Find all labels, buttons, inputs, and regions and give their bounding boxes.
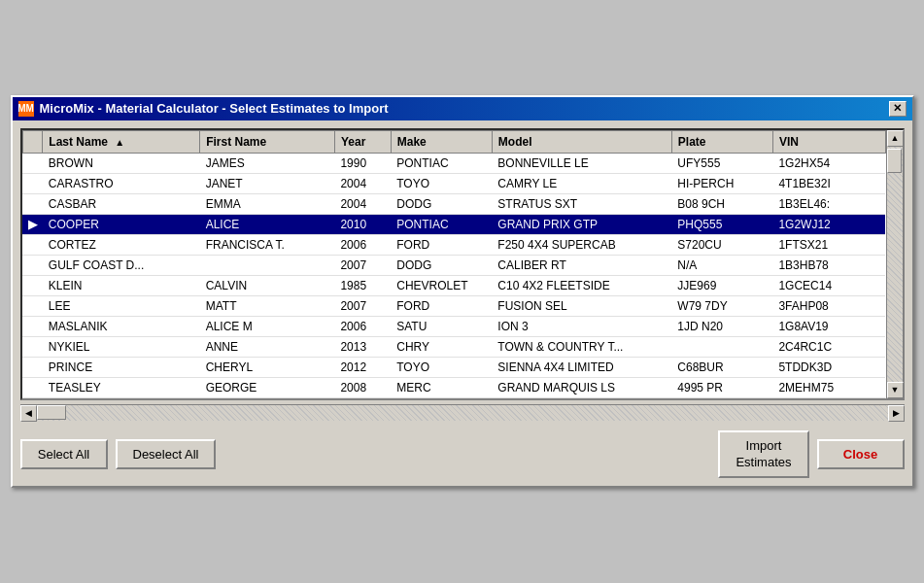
cell-first_name: MATT <box>200 295 335 316</box>
col-make[interactable]: Make <box>391 130 492 153</box>
scroll-thumb[interactable] <box>887 149 902 173</box>
table-row[interactable]: GULF COAST D...2007DODGCALIBER RTN/A1B3H… <box>22 255 885 275</box>
col-first-name[interactable]: First Name <box>200 130 335 153</box>
cell-last_name: CARASTRO <box>43 173 200 193</box>
h-scroll-track <box>37 405 888 421</box>
cell-make: DODG <box>391 255 492 275</box>
cell-make: SATU <box>391 316 492 336</box>
cell-last_name: LEE <box>43 295 200 316</box>
cell-model: CAMRY LE <box>492 173 671 193</box>
cell-last_name: COOPER <box>43 214 200 234</box>
cell-indicator <box>22 295 43 316</box>
cell-vin: 1GCEC14 <box>772 275 885 295</box>
cell-make: CHRY <box>391 336 492 357</box>
col-last-name[interactable]: Last Name ▲ <box>43 130 200 153</box>
cell-indicator <box>22 357 43 377</box>
cell-last_name: KLEIN <box>43 275 200 295</box>
cell-model: ION 3 <box>492 316 671 336</box>
table-row[interactable]: BROWNJAMES1990PONTIACBONNEVILLE LEUFY555… <box>22 153 885 173</box>
cell-vin: 1G2WJ12 <box>772 214 885 234</box>
cell-first_name <box>200 255 335 275</box>
cell-vin: 1FTSX21 <box>772 234 885 255</box>
col-plate[interactable]: Plate <box>671 130 772 153</box>
table-row[interactable]: CASBAREMMA2004DODGSTRATUS SXTB08 9CH1B3E… <box>22 193 885 214</box>
cell-first_name: JAMES <box>200 153 335 173</box>
cell-year: 2010 <box>334 214 391 234</box>
cell-make: PONTIAC <box>391 153 492 173</box>
table-row[interactable]: CORTEZFRANCISCA T.2006FORDF250 4X4 SUPER… <box>22 234 885 255</box>
horizontal-scrollbar: ◀ ▶ <box>20 404 905 421</box>
cell-plate: C68BUR <box>671 357 772 377</box>
cell-indicator <box>22 255 43 275</box>
col-vin[interactable]: VIN <box>772 130 885 153</box>
col-model[interactable]: Model <box>492 130 671 153</box>
cell-year: 2004 <box>334 193 391 214</box>
cell-plate: JJE969 <box>671 275 772 295</box>
cell-first_name: FRANCISCA T. <box>200 234 335 255</box>
table-main: Last Name ▲ First Name Year Make <box>22 130 886 398</box>
close-window-button[interactable]: ✕ <box>889 101 907 117</box>
title-bar-left: MM MicroMix - Material Calculator - Sele… <box>18 101 389 117</box>
close-button[interactable]: Close <box>817 439 905 469</box>
estimates-table: Last Name ▲ First Name Year Make <box>22 130 886 398</box>
cell-year: 1985 <box>334 275 391 295</box>
cell-last_name: PRINCE <box>43 357 200 377</box>
cell-year: 2013 <box>334 336 391 357</box>
scroll-up-button[interactable]: ▲ <box>887 130 904 147</box>
table-row[interactable]: MASLANIKALICE M2006SATUION 31JD N201G8AV… <box>22 316 885 336</box>
cell-vin: 3FAHP08 <box>772 295 885 316</box>
cell-make: PONTIAC <box>391 214 492 234</box>
col-year[interactable]: Year <box>334 130 391 153</box>
cell-first_name: JANET <box>200 173 335 193</box>
table-row[interactable]: NYKIELANNE2013CHRYTOWN & COUNTRY T...2C4… <box>22 336 885 357</box>
window-title: MicroMix - Material Calculator - Select … <box>40 101 389 116</box>
cell-make: CHEVROLET <box>391 275 492 295</box>
table-row[interactable]: KLEINCALVIN1985CHEVROLETC10 4X2 FLEETSID… <box>22 275 885 295</box>
cell-plate: PHQ555 <box>671 214 772 234</box>
sort-arrow-icon: ▲ <box>115 137 124 148</box>
table-row[interactable]: ▶COOPERALICE2010PONTIACGRAND PRIX GTPPHQ… <box>22 214 885 234</box>
cell-plate: W79 7DY <box>671 295 772 316</box>
cell-model: F250 4X4 SUPERCAB <box>492 234 671 255</box>
col-indicator <box>22 130 43 153</box>
cell-indicator <box>22 193 43 214</box>
cell-year: 2008 <box>334 377 391 397</box>
cell-first_name: ALICE M <box>200 316 335 336</box>
scroll-right-button[interactable]: ▶ <box>888 405 905 422</box>
table-row[interactable]: PRINCECHERYL2012TOYOSIENNA 4X4 LIMITEDC6… <box>22 357 885 377</box>
h-scroll-thumb[interactable] <box>37 405 66 420</box>
cell-plate: UFY555 <box>671 153 772 173</box>
table-row[interactable]: LEEMATT2007FORDFUSION SELW79 7DY3FAHP08 <box>22 295 885 316</box>
cell-model: STRATUS SXT <box>492 193 671 214</box>
cell-vin: 1G8AV19 <box>772 316 885 336</box>
app-icon: MM <box>18 101 34 117</box>
table-header-row: Last Name ▲ First Name Year Make <box>22 130 885 153</box>
cell-vin: 4T1BE32I <box>772 173 885 193</box>
cell-year: 2006 <box>334 234 391 255</box>
cell-indicator <box>22 234 43 255</box>
cell-model: SIENNA 4X4 LIMITED <box>492 357 671 377</box>
content-area: Last Name ▲ First Name Year Make <box>13 120 912 487</box>
select-all-button[interactable]: Select All <box>20 439 108 469</box>
cell-model: GRAND PRIX GTP <box>492 214 671 234</box>
import-estimates-button[interactable]: Import Estimates <box>718 430 808 479</box>
table-row[interactable]: TEASLEYGEORGE2008MERCGRAND MARQUIS LS499… <box>22 377 885 397</box>
cell-plate: N/A <box>671 255 772 275</box>
cell-vin: 1B3HB78 <box>772 255 885 275</box>
cell-year: 1990 <box>334 153 391 173</box>
cell-make: TOYO <box>391 357 492 377</box>
cell-model: CALIBER RT <box>492 255 671 275</box>
cell-first_name: ALICE <box>200 214 335 234</box>
table-body: BROWNJAMES1990PONTIACBONNEVILLE LEUFY555… <box>22 153 885 397</box>
cell-model: FUSION SEL <box>492 295 671 316</box>
title-bar: MM MicroMix - Material Calculator - Sele… <box>13 97 912 120</box>
deselect-all-button[interactable]: Deselect All <box>116 439 217 469</box>
scroll-down-button[interactable]: ▼ <box>887 382 904 398</box>
bottom-bar: Select All Deselect All Import Estimates… <box>20 427 905 479</box>
scroll-left-button[interactable]: ◀ <box>20 405 37 422</box>
cell-vin: 5TDDK3D <box>772 357 885 377</box>
cell-last_name: CASBAR <box>43 193 200 214</box>
cell-vin: 1G2HX54 <box>772 153 885 173</box>
table-row[interactable]: CARASTROJANET2004TOYOCAMRY LEHI-PERCH4T1… <box>22 173 885 193</box>
cell-plate <box>671 336 772 357</box>
